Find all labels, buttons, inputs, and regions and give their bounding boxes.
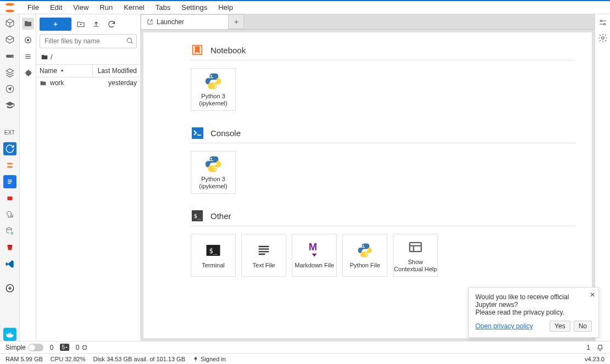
plug-icon	[193, 356, 198, 362]
text-lines-icon	[254, 241, 273, 260]
breadcrumb-root: /	[51, 53, 53, 61]
launcher-card-textfile[interactable]: Text File	[241, 234, 286, 277]
file-browser-panel: / Name Last Modified work yesterday	[36, 14, 141, 341]
jupyter-logo-icon[interactable]	[3, 3, 16, 13]
menu-view[interactable]: View	[68, 1, 94, 14]
notification-count[interactable]: 1	[586, 344, 590, 351]
refresh-blue-icon[interactable]	[3, 142, 16, 155]
signed-in-status[interactable]: Signed in	[193, 356, 226, 362]
simple-toggle[interactable]: Simple	[5, 344, 43, 351]
breadcrumb[interactable]: /	[36, 52, 140, 64]
puzzle-icon[interactable]	[22, 67, 34, 79]
statusbar-jupyter: Simple 0 5▪ 0 1	[0, 341, 610, 353]
running-circle-icon[interactable]	[22, 34, 34, 46]
section-title: Notebook	[210, 46, 246, 55]
drive-icon[interactable]	[3, 49, 16, 63]
bell-icon[interactable]	[596, 343, 605, 352]
folder-small-icon	[41, 53, 48, 61]
python-icon	[356, 241, 374, 260]
layers-icon[interactable]	[3, 66, 16, 79]
toggle-switch-icon[interactable]	[28, 344, 43, 351]
column-modified-header[interactable]: Last Modified	[93, 65, 140, 77]
svg-rect-17	[192, 127, 203, 139]
menu-tabs[interactable]: Tabs	[150, 1, 176, 14]
menu-edit[interactable]: Edit	[45, 1, 68, 14]
launcher-card-notebook-python3[interactable]: Python 3(ipykernel)	[191, 68, 236, 111]
graduation-cap-icon[interactable]	[3, 99, 16, 112]
launcher-card-pythonfile[interactable]: Python File	[342, 234, 387, 277]
launcher-card-console-python3[interactable]: Python 3(ipykernel)	[191, 151, 236, 194]
launcher-card-terminal[interactable]: $_ Terminal	[191, 234, 236, 277]
svg-point-25	[603, 24, 605, 25]
list-icon[interactable]	[22, 51, 34, 63]
menu-help[interactable]: Help	[213, 1, 239, 14]
close-icon[interactable]: ✕	[590, 291, 595, 299]
notebook-section-icon	[191, 43, 204, 57]
svg-point-15	[127, 38, 131, 42]
property-inspector-icon[interactable]	[598, 18, 608, 27]
kernel-count-0b[interactable]: 0	[76, 344, 88, 351]
compass-icon[interactable]	[3, 82, 16, 96]
tab-add-button[interactable]	[229, 14, 244, 29]
red-tag-icon[interactable]	[3, 192, 16, 205]
box-icon[interactable]	[3, 33, 16, 46]
console-section-icon	[191, 126, 204, 139]
menu-settings[interactable]: Settings	[176, 1, 213, 14]
file-row-name: work	[50, 79, 64, 87]
svg-point-1	[5, 9, 14, 12]
svg-point-5	[7, 163, 13, 165]
new-folder-icon[interactable]	[75, 18, 87, 30]
file-filter-search	[40, 34, 137, 48]
refresh-icon[interactable]	[106, 18, 118, 30]
elephant-icon[interactable]	[3, 208, 16, 221]
tab-launcher[interactable]: Launcher	[141, 14, 229, 29]
svg-rect-14	[27, 39, 29, 41]
file-row[interactable]: work yesterday	[36, 77, 140, 88]
folder-icon[interactable]	[22, 18, 34, 30]
menu-run[interactable]: Run	[94, 1, 118, 14]
jupyter-small-icon[interactable]	[3, 159, 16, 172]
terminal-count[interactable]: 5▪	[60, 344, 69, 351]
column-name-header[interactable]: Name	[36, 65, 93, 77]
docker-whale-icon[interactable]	[3, 328, 16, 341]
launcher-card-markdown[interactable]: M Markdown File	[292, 234, 337, 277]
svg-rect-23	[410, 243, 422, 251]
cpu-usage: CPU 32.82%	[51, 356, 86, 362]
svg-point-24	[600, 20, 602, 22]
bucket-red-icon[interactable]	[3, 241, 16, 254]
privacy-policy-link[interactable]: Open privacy policy	[475, 322, 533, 330]
python-icon	[204, 155, 223, 173]
yes-button[interactable]: Yes	[550, 321, 570, 332]
vscode-icon[interactable]	[3, 257, 16, 271]
database-plus-icon[interactable]	[3, 225, 16, 238]
disk-usage: Disk 34.53 GB avail. of 101.13 GB	[93, 356, 185, 362]
jupyterlab-app: FileEditViewRunKernelTabsSettingsHelp EX…	[0, 0, 610, 364]
doc-blue-icon[interactable]	[3, 175, 16, 188]
cube-icon[interactable]	[3, 16, 16, 30]
svg-point-11	[7, 245, 12, 247]
launcher-card-contextual-help[interactable]: ShowContextual Help	[393, 234, 438, 277]
tab-bar: Launcher	[141, 14, 595, 30]
upload-icon[interactable]	[90, 18, 102, 30]
menu-kernel[interactable]: Kernel	[118, 1, 150, 14]
new-launcher-button[interactable]	[40, 18, 71, 31]
jupyter-sidebar	[20, 14, 36, 341]
file-browser-toolbar	[36, 14, 140, 34]
kernel-count-0a[interactable]: 0	[50, 344, 54, 351]
svg-point-0	[5, 3, 14, 5]
search-icon	[126, 37, 134, 44]
ram-usage: RAM 5.99 GB	[5, 356, 43, 362]
no-button[interactable]: No	[574, 321, 592, 332]
svg-rect-8	[7, 197, 12, 200]
toast-line2: Please read the privacy policy.	[475, 309, 592, 316]
svg-rect-27	[83, 346, 86, 349]
file-filter-input[interactable]	[40, 34, 137, 48]
gear-icon[interactable]	[598, 33, 608, 43]
svg-text:M: M	[309, 242, 317, 253]
version-label: v4.23.0	[585, 356, 605, 362]
other-section-icon: $_	[191, 209, 204, 222]
add-circle-icon[interactable]	[3, 282, 16, 295]
file-list-header: Name Last Modified	[36, 64, 140, 77]
menu-file[interactable]: File	[22, 1, 45, 14]
launch-icon	[147, 19, 153, 25]
